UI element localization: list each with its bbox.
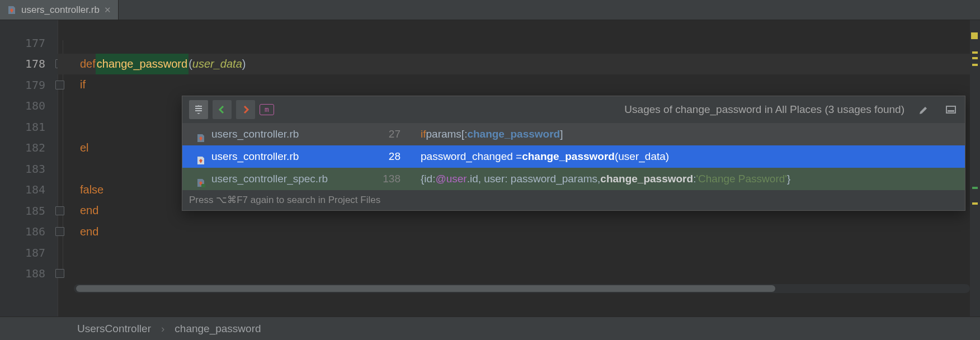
line-number: 185 <box>0 200 58 221</box>
line-number: 188 <box>0 263 58 285</box>
popup-title: Usages of change_password in All Places … <box>624 99 904 120</box>
ok-marker[interactable] <box>972 187 978 189</box>
warning-marker[interactable] <box>972 51 978 54</box>
method-badge-icon: m <box>260 104 274 115</box>
code-line: end <box>58 221 970 243</box>
usage-line: 138 <box>374 168 401 190</box>
line-number: 187 <box>0 242 58 263</box>
usage-code: {id: @user.id, user: password_params, ch… <box>421 168 956 190</box>
line-number: 178 <box>0 54 58 75</box>
pin-icon[interactable] <box>944 102 958 117</box>
gutter: 177 178 179 180 181 182 183 184 185 186 … <box>0 20 58 317</box>
usage-file: users_controller.rb <box>211 146 368 167</box>
line-number: 179 <box>0 74 58 96</box>
param: user_data <box>192 54 242 75</box>
line-number: 177 <box>0 32 58 54</box>
keyword-if: if <box>80 74 86 96</box>
warning-marker[interactable] <box>972 57 978 59</box>
usage-line: 27 <box>374 124 401 145</box>
tab-label: users_controller.rb <box>21 4 100 16</box>
svg-rect-0 <box>946 106 955 113</box>
scrollbar-thumb[interactable] <box>76 285 775 292</box>
keyword-false: false <box>80 180 103 201</box>
prev-usage-button[interactable] <box>213 100 232 119</box>
keyword-def: def <box>80 54 96 75</box>
code-line <box>58 242 970 263</box>
warning-marker[interactable] <box>972 202 978 205</box>
ruby-file-icon <box>7 5 17 15</box>
code-area[interactable]: def change_password(user_data) if el fal… <box>58 20 970 317</box>
tab-bar: users_controller.rb ✕ <box>0 0 980 20</box>
settings-icon[interactable] <box>917 102 931 117</box>
horizontal-scrollbar[interactable] <box>74 284 970 293</box>
line-number: 182 <box>0 138 58 159</box>
popup-hint: Press ⌥⌘F7 again to search in Project Fi… <box>182 190 965 210</box>
method-name: change_password <box>96 54 189 75</box>
usage-row[interactable]: users_controller.rb 28 password_changed … <box>182 145 965 168</box>
code-line <box>58 32 970 54</box>
code-line: def change_password(user_data) <box>58 54 970 75</box>
code-line <box>58 263 970 285</box>
code-line: if <box>58 74 970 96</box>
line-number: 181 <box>0 116 58 138</box>
keyword-end: end <box>80 200 98 221</box>
usages-popup: m Usages of change_password in All Place… <box>182 96 965 211</box>
ruby-file-icon <box>196 129 206 139</box>
analysis-status-icon[interactable] <box>971 32 978 39</box>
ruby-file-icon <box>196 152 206 162</box>
svg-rect-2 <box>201 184 205 187</box>
usage-row[interactable]: users_controller.rb 27 if params[:change… <box>182 123 965 145</box>
warning-marker[interactable] <box>972 64 978 66</box>
breadcrumb: UsersController › change_password <box>0 317 980 340</box>
svg-rect-1 <box>948 110 954 112</box>
usage-file: users_controller.rb <box>211 124 368 145</box>
next-usage-button[interactable] <box>236 100 255 119</box>
line-number: 180 <box>0 96 58 117</box>
marker-bar[interactable] <box>970 20 980 317</box>
usage-file: users_controller_spec.rb <box>211 168 368 190</box>
breadcrumb-item[interactable]: UsersController <box>77 323 151 335</box>
file-tab[interactable]: users_controller.rb ✕ <box>0 0 119 20</box>
ruby-spec-file-icon <box>196 174 206 184</box>
chevron-right-icon: › <box>161 323 164 335</box>
popup-toolbar: m Usages of change_password in All Place… <box>182 96 965 123</box>
line-number: 186 <box>0 221 58 243</box>
usage-code: if params[:change_password] <box>421 124 956 145</box>
usage-code: password_changed = change_password(user_… <box>421 146 956 167</box>
keyword-else: el <box>80 138 89 159</box>
usage-row[interactable]: users_controller_spec.rb 138 {id: @user.… <box>182 168 965 190</box>
breadcrumb-item[interactable]: change_password <box>175 323 261 335</box>
line-number: 183 <box>0 158 58 180</box>
keyword-end: end <box>80 221 98 243</box>
close-icon[interactable]: ✕ <box>104 5 111 15</box>
autoscroll-button[interactable] <box>189 100 208 119</box>
editor[interactable]: 177 178 179 180 181 182 183 184 185 186 … <box>0 20 980 317</box>
line-number: 184 <box>0 180 58 201</box>
usage-line: 28 <box>374 146 401 167</box>
